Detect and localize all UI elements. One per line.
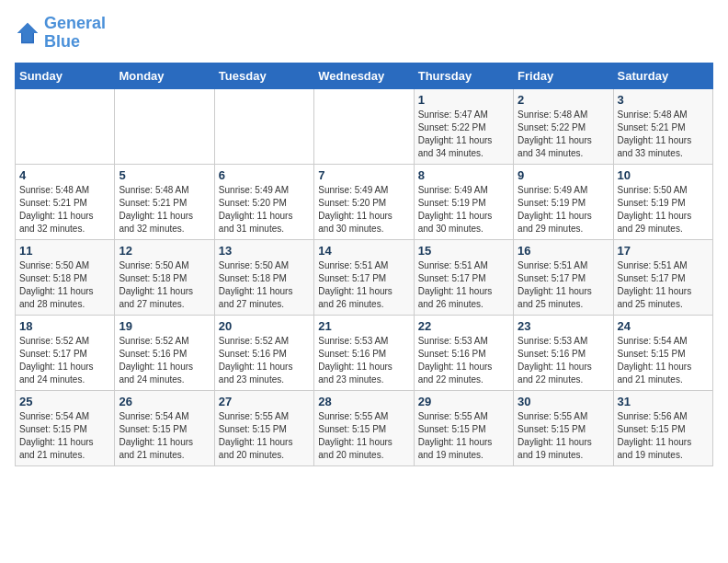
calendar-cell: 6Sunrise: 5:49 AM Sunset: 5:20 PM Daylig… [214, 164, 313, 239]
calendar-week-row: 4Sunrise: 5:48 AM Sunset: 5:21 PM Daylig… [16, 164, 713, 239]
calendar-cell [314, 88, 414, 164]
day-info: Sunrise: 5:48 AM Sunset: 5:22 PM Dayligh… [518, 109, 609, 160]
day-number: 25 [19, 395, 110, 408]
calendar-cell: 12Sunrise: 5:50 AM Sunset: 5:18 PM Dayli… [115, 239, 214, 315]
logo-text: General Blue [44, 15, 106, 52]
day-number: 15 [418, 244, 509, 258]
day-info: Sunrise: 5:55 AM Sunset: 5:15 PM Dayligh… [318, 410, 409, 462]
calendar-cell: 4Sunrise: 5:48 AM Sunset: 5:21 PM Daylig… [16, 164, 115, 239]
day-info: Sunrise: 5:49 AM Sunset: 5:20 PM Dayligh… [318, 184, 409, 236]
calendar-cell: 2Sunrise: 5:48 AM Sunset: 5:22 PM Daylig… [514, 88, 613, 164]
calendar-cell: 16Sunrise: 5:51 AM Sunset: 5:17 PM Dayli… [514, 239, 613, 315]
day-number: 22 [418, 319, 509, 333]
calendar-cell: 17Sunrise: 5:51 AM Sunset: 5:17 PM Dayli… [613, 239, 712, 315]
svg-marker-1 [17, 23, 38, 42]
weekday-header: Sunday [16, 63, 115, 88]
day-number: 16 [518, 244, 609, 258]
weekday-header: Saturday [613, 63, 712, 88]
calendar-cell: 28Sunrise: 5:55 AM Sunset: 5:15 PM Dayli… [314, 390, 414, 465]
calendar-cell: 7Sunrise: 5:49 AM Sunset: 5:20 PM Daylig… [314, 164, 414, 239]
day-info: Sunrise: 5:49 AM Sunset: 5:19 PM Dayligh… [418, 184, 509, 236]
day-info: Sunrise: 5:51 AM Sunset: 5:17 PM Dayligh… [418, 259, 509, 311]
calendar-cell: 31Sunrise: 5:56 AM Sunset: 5:15 PM Dayli… [613, 390, 712, 465]
day-info: Sunrise: 5:54 AM Sunset: 5:15 PM Dayligh… [19, 410, 110, 462]
day-number: 4 [19, 168, 110, 182]
weekday-header: Tuesday [214, 63, 313, 88]
day-info: Sunrise: 5:55 AM Sunset: 5:15 PM Dayligh… [219, 410, 310, 462]
calendar-cell: 21Sunrise: 5:53 AM Sunset: 5:16 PM Dayli… [314, 315, 414, 390]
calendar-cell: 20Sunrise: 5:52 AM Sunset: 5:16 PM Dayli… [214, 315, 313, 390]
calendar-cell [16, 88, 115, 164]
weekday-header: Friday [514, 63, 613, 88]
day-number: 6 [219, 168, 310, 182]
day-info: Sunrise: 5:53 AM Sunset: 5:16 PM Dayligh… [318, 335, 409, 386]
weekday-header-row: SundayMondayTuesdayWednesdayThursdayFrid… [16, 63, 713, 88]
day-info: Sunrise: 5:53 AM Sunset: 5:16 PM Dayligh… [418, 335, 509, 386]
day-number: 7 [318, 168, 409, 182]
calendar-cell: 13Sunrise: 5:50 AM Sunset: 5:18 PM Dayli… [214, 239, 313, 315]
day-number: 14 [318, 244, 409, 258]
day-info: Sunrise: 5:56 AM Sunset: 5:15 PM Dayligh… [618, 410, 709, 462]
day-number: 3 [618, 93, 709, 107]
day-info: Sunrise: 5:49 AM Sunset: 5:20 PM Dayligh… [219, 184, 310, 236]
day-info: Sunrise: 5:54 AM Sunset: 5:15 PM Dayligh… [119, 410, 210, 462]
day-info: Sunrise: 5:48 AM Sunset: 5:21 PM Dayligh… [618, 109, 709, 160]
day-info: Sunrise: 5:54 AM Sunset: 5:15 PM Dayligh… [618, 335, 709, 386]
day-number: 1 [418, 93, 509, 107]
day-info: Sunrise: 5:48 AM Sunset: 5:21 PM Dayligh… [19, 184, 110, 236]
day-number: 10 [618, 168, 709, 182]
day-info: Sunrise: 5:51 AM Sunset: 5:17 PM Dayligh… [618, 259, 709, 311]
day-info: Sunrise: 5:53 AM Sunset: 5:16 PM Dayligh… [518, 335, 609, 386]
weekday-header: Monday [115, 63, 214, 88]
calendar-cell: 30Sunrise: 5:55 AM Sunset: 5:15 PM Dayli… [514, 390, 613, 465]
calendar-cell: 29Sunrise: 5:55 AM Sunset: 5:15 PM Dayli… [414, 390, 513, 465]
calendar-cell: 1Sunrise: 5:47 AM Sunset: 5:22 PM Daylig… [414, 88, 513, 164]
calendar-cell: 10Sunrise: 5:50 AM Sunset: 5:19 PM Dayli… [613, 164, 712, 239]
day-number: 21 [318, 319, 409, 333]
day-number: 26 [119, 395, 210, 408]
day-number: 8 [418, 168, 509, 182]
day-number: 11 [19, 244, 110, 258]
day-number: 30 [518, 395, 609, 408]
calendar-cell: 9Sunrise: 5:49 AM Sunset: 5:19 PM Daylig… [514, 164, 613, 239]
day-number: 31 [618, 395, 709, 408]
day-number: 19 [119, 319, 210, 333]
calendar-cell [214, 88, 313, 164]
calendar-cell: 19Sunrise: 5:52 AM Sunset: 5:16 PM Dayli… [115, 315, 214, 390]
day-info: Sunrise: 5:47 AM Sunset: 5:22 PM Dayligh… [418, 109, 509, 160]
day-number: 23 [518, 319, 609, 333]
day-info: Sunrise: 5:51 AM Sunset: 5:17 PM Dayligh… [318, 259, 409, 311]
calendar-week-row: 18Sunrise: 5:52 AM Sunset: 5:17 PM Dayli… [16, 315, 713, 390]
page-header: General Blue [15, 15, 713, 52]
day-number: 27 [219, 395, 310, 408]
day-number: 9 [518, 168, 609, 182]
day-info: Sunrise: 5:55 AM Sunset: 5:15 PM Dayligh… [518, 410, 609, 462]
day-info: Sunrise: 5:52 AM Sunset: 5:16 PM Dayligh… [219, 335, 310, 386]
day-number: 20 [219, 319, 310, 333]
day-number: 12 [119, 244, 210, 258]
day-number: 17 [618, 244, 709, 258]
day-info: Sunrise: 5:52 AM Sunset: 5:17 PM Dayligh… [19, 335, 110, 386]
calendar-week-row: 25Sunrise: 5:54 AM Sunset: 5:15 PM Dayli… [16, 390, 713, 465]
calendar-cell: 11Sunrise: 5:50 AM Sunset: 5:18 PM Dayli… [16, 239, 115, 315]
day-info: Sunrise: 5:51 AM Sunset: 5:17 PM Dayligh… [518, 259, 609, 311]
day-number: 28 [318, 395, 409, 408]
day-info: Sunrise: 5:50 AM Sunset: 5:18 PM Dayligh… [19, 259, 110, 311]
calendar-table: SundayMondayTuesdayWednesdayThursdayFrid… [15, 63, 713, 466]
day-info: Sunrise: 5:50 AM Sunset: 5:19 PM Dayligh… [618, 184, 709, 236]
calendar-cell: 18Sunrise: 5:52 AM Sunset: 5:17 PM Dayli… [16, 315, 115, 390]
calendar-cell: 5Sunrise: 5:48 AM Sunset: 5:21 PM Daylig… [115, 164, 214, 239]
weekday-header: Wednesday [314, 63, 414, 88]
calendar-cell [115, 88, 214, 164]
calendar-cell: 26Sunrise: 5:54 AM Sunset: 5:15 PM Dayli… [115, 390, 214, 465]
day-info: Sunrise: 5:50 AM Sunset: 5:18 PM Dayligh… [119, 259, 210, 311]
calendar-cell: 27Sunrise: 5:55 AM Sunset: 5:15 PM Dayli… [214, 390, 313, 465]
calendar-cell: 24Sunrise: 5:54 AM Sunset: 5:15 PM Dayli… [613, 315, 712, 390]
day-number: 18 [19, 319, 110, 333]
day-number: 29 [418, 395, 509, 408]
calendar-cell: 14Sunrise: 5:51 AM Sunset: 5:17 PM Dayli… [314, 239, 414, 315]
day-info: Sunrise: 5:49 AM Sunset: 5:19 PM Dayligh… [518, 184, 609, 236]
day-number: 2 [518, 93, 609, 107]
day-number: 13 [219, 244, 310, 258]
day-info: Sunrise: 5:55 AM Sunset: 5:15 PM Dayligh… [418, 410, 509, 462]
